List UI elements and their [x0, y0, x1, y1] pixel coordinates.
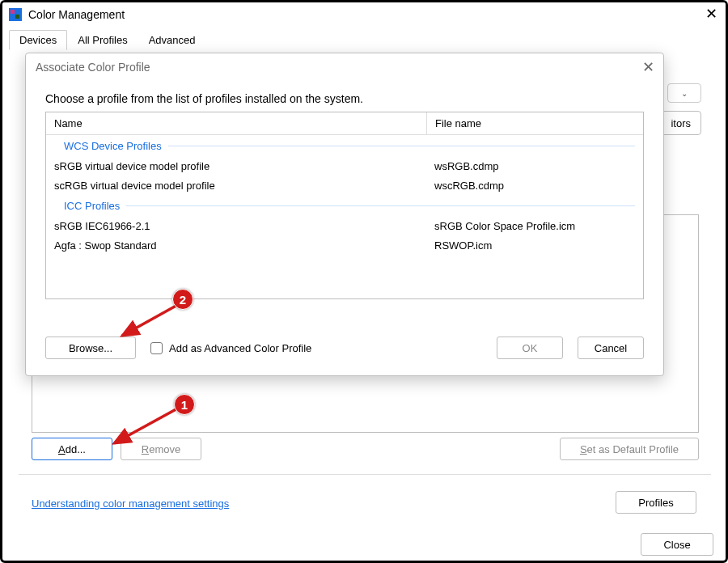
cell-name: scRGB virtual device model profile — [46, 176, 426, 195]
profile-buttons-row: Add... Remove Set as Default Profile — [32, 438, 699, 460]
window-title: Color Management — [28, 8, 125, 21]
cancel-button[interactable]: Cancel — [578, 337, 644, 359]
titlebar: Color Management ✕ — [2, 2, 726, 27]
list-item[interactable]: scRGB virtual device model profile wscRG… — [46, 176, 643, 195]
cell-name: sRGB IEC61966-2.1 — [46, 216, 426, 235]
browse-button[interactable]: Browse... — [45, 337, 136, 359]
remove-button[interactable]: Remove — [121, 438, 201, 460]
list-item[interactable]: sRGB IEC61966-2.1 sRGB Color Space Profi… — [46, 216, 643, 235]
close-button[interactable]: Close — [641, 533, 713, 556]
cell-file: wsRGB.cdmp — [426, 156, 643, 176]
help-link[interactable]: Understanding color management settings — [32, 497, 229, 510]
annotation-marker-1: 1 — [174, 394, 195, 415]
add-button[interactable]: Add... — [32, 438, 112, 460]
set-default-button[interactable]: Set as Default Profile — [560, 438, 699, 460]
ok-button[interactable]: OK — [497, 337, 563, 359]
chevron-down-icon: ⌄ — [681, 89, 688, 98]
list-header: Name File name — [46, 112, 643, 135]
divider — [19, 474, 711, 475]
advanced-color-checkbox[interactable]: Add as Advanced Color Profile — [150, 342, 311, 354]
tab-advanced[interactable]: Advanced — [138, 30, 206, 50]
color-management-icon — [9, 8, 22, 21]
col-header-name[interactable]: Name — [46, 112, 426, 134]
group-header-icc: ICC Profiles — [46, 195, 643, 216]
checkbox-box-icon — [150, 342, 163, 354]
list-item[interactable]: Agfa : Swop Standard RSWOP.icm — [46, 235, 643, 255]
cell-file: wscRGB.cdmp — [426, 176, 643, 195]
identify-monitors-button[interactable]: itors — [660, 111, 701, 135]
cell-file: sRGB Color Space Profile.icm — [426, 216, 643, 235]
cell-name: Agfa : Swop Standard — [46, 235, 426, 255]
dialog-titlebar: Associate Color Profile ✕ — [26, 53, 663, 81]
annotation-marker-2: 2 — [172, 289, 193, 310]
associate-profile-dialog: Associate Color Profile ✕ Choose a profi… — [25, 53, 664, 376]
tab-all-profiles[interactable]: All Profiles — [67, 30, 138, 50]
dialog-close-button[interactable]: ✕ — [637, 57, 658, 78]
col-header-file[interactable]: File name — [426, 112, 643, 134]
tab-strip: Devices All Profiles Advanced — [2, 27, 726, 51]
checkbox-label: Add as Advanced Color Profile — [169, 342, 311, 354]
group-header-wcs: WCS Device Profiles — [46, 135, 643, 156]
tab-devices[interactable]: Devices — [9, 30, 67, 50]
cell-file: RSWOP.icm — [426, 235, 643, 255]
list-item[interactable]: sRGB virtual device model profile wsRGB.… — [46, 156, 643, 176]
profiles-button[interactable]: Profiles — [616, 491, 696, 514]
cell-name: sRGB virtual device model profile — [46, 156, 426, 176]
profile-list: Name File name WCS Device Profiles sRGB … — [45, 112, 644, 299]
device-dropdown[interactable]: ⌄ — [667, 83, 701, 103]
dialog-title: Associate Color Profile — [36, 61, 150, 74]
window-close-button[interactable]: ✕ — [703, 6, 719, 22]
dialog-instruction: Choose a profile from the list of profil… — [26, 81, 663, 112]
dialog-footer: Browse... Add as Advanced Color Profile … — [45, 337, 644, 359]
